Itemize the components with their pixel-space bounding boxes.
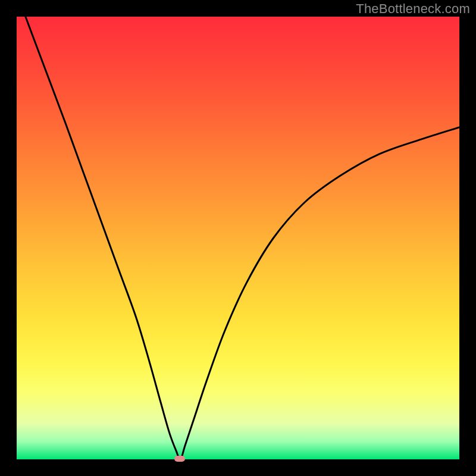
chart-frame: TheBottleneck.com bbox=[0, 0, 476, 476]
watermark-text: TheBottleneck.com bbox=[356, 1, 470, 17]
optimum-marker bbox=[174, 456, 185, 462]
bottleneck-curve bbox=[17, 17, 459, 459]
plot-area bbox=[17, 17, 459, 459]
